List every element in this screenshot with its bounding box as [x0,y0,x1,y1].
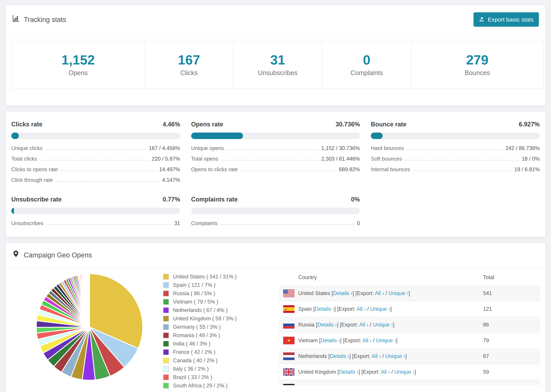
export-unique-link[interactable]: Unique › [389,290,409,296]
legend-label: United Kingdom ( 59 / 3% ) [173,315,237,322]
legend-label: Canada ( 40 / 2% ) [173,357,218,364]
summary-box-opens: 1,152Opens [11,41,145,89]
rate-row-label: Internal bounces [371,166,410,173]
legend-item-netherlands[interactable]: Netherlands ( 67 / 4% ) [163,307,259,313]
dotted-leader [226,149,319,150]
tracking-stats-header: Tracking stats Export basic stats [6,5,545,34]
legend-label: Spain ( 121 / 7% ) [173,282,215,288]
geo-opens-title: Campaign Geo Opens [12,250,92,260]
tracking-stats-body: 1,152Opens167Clicks31Unsubscribes0Compla… [6,34,545,106]
legend-item-brazil[interactable]: Brazil ( 33 / 2% ) [163,374,259,380]
legend-label: Vietnam ( 79 / 5% ) [173,299,218,305]
rate-row-soft-bounces: Soft bounces18 / 0% [371,156,540,162]
rate-title-row: Complaints rate0% [191,196,360,203]
export-all-link[interactable]: All › [372,353,381,359]
legend-swatch [163,349,169,355]
legend-label: South Africa ( 29 / 2% ) [173,383,228,389]
summary-label: Complaints [350,69,383,77]
rate-headline-value: 4.46% [163,120,180,128]
legend-item-vietnam[interactable]: Vietnam ( 79 / 5% ) [163,299,259,305]
legend-swatch [163,332,169,338]
rate-row-label: Clicks to opens rate [11,166,58,173]
tracking-stats-card: Tracking stats Export basic stats 1,152O… [6,5,545,106]
details-link[interactable]: Details › [339,369,359,375]
legend-item-south-africa[interactable]: South Africa ( 29 / 2% ) [163,383,259,389]
legend-item-france[interactable]: France ( 42 / 2% ) [163,349,259,355]
export-all-link[interactable]: All › [357,306,366,312]
rate-row-unsubscribes: Unsubscribes31 [11,220,180,226]
rate-headline-value: 6.927% [519,120,540,128]
rate-row-label: Complaints [191,220,218,226]
export-unique-link[interactable]: Unique › [385,353,405,359]
rate-row-label: Total opens [191,156,218,162]
country-cell: Netherlands [Details ›] [Export: All › /… [298,353,483,359]
summary-value: 31 [270,53,285,67]
country-cell: Spain [Details ›] [Export: All › / Uniqu… [298,306,483,312]
map-pin-icon [12,250,20,260]
rate-row-value: 0 [357,220,360,226]
legend-item-italy[interactable]: Italy ( 36 / 2% ) [163,366,259,372]
flag-de-icon [283,384,295,385]
total-cell: 79 [483,337,536,343]
rate-title-row: Bounce rate6.927% [371,120,540,128]
legend-item-russia[interactable]: Russia ( 86 / 5% ) [163,290,259,297]
export-unique-link[interactable]: Unique › [373,322,393,328]
geo-opens-card: Campaign Geo Opens United States ( 541 /… [6,243,545,392]
legend-item-india[interactable]: India ( 46 / 3% ) [163,341,259,347]
legend-item-united-kingdom[interactable]: United Kingdom ( 59 / 3% ) [163,315,259,322]
rate-row-label: Unique opens [191,145,224,151]
rate-title: Bounce rate [371,120,406,128]
details-link[interactable]: Details › [315,306,334,312]
details-link[interactable]: Details › [320,337,340,343]
total-cell: 67 [483,353,536,359]
rate-title: Opens rate [191,120,223,128]
export-all-link[interactable]: All › [362,337,372,343]
summary-label: Clicks [180,69,198,77]
rate-headline-value: 30.736% [336,120,360,128]
pie-slice-other[interactable] [89,274,90,327]
dotted-leader [413,170,512,171]
export-unique-link[interactable]: Unique › [376,337,396,343]
rate-row-complaints: Complaints0 [191,220,360,226]
rate-progress-bar [11,208,180,214]
details-link[interactable]: Details › [323,385,343,385]
details-link[interactable]: Details › [333,290,353,296]
geo-table-row-spain: Spain [Details ›] [Export: All › / Uniqu… [279,301,540,317]
geo-opens-title-text: Campaign Geo Opens [24,250,92,260]
rate-row-label: Opens to clicks rate [191,166,238,173]
geo-pie-legend: United States ( 541 / 31% )Spain ( 121 /… [163,274,259,391]
summary-box-complaints: 0Complaints [322,41,411,89]
rate-rows: Unsubscribes31 [11,220,180,226]
details-link[interactable]: Details › [330,353,349,359]
legend-item-germany[interactable]: Germany ( 55 / 3% ) [163,324,259,330]
rate-progress-bar [191,208,360,214]
details-link[interactable]: Details › [318,322,337,328]
rate-progress-bar [371,133,540,139]
rate-row-value: 31 [174,220,180,226]
rate-rows: Unique clicks167 / 4.456%Total clicks220… [11,145,180,183]
geo-opens-body: United States ( 541 / 31% )Spain ( 121 /… [6,267,545,392]
rates-card: Clicks rate4.46%Unique clicks167 / 4.456… [6,112,545,237]
country-cell: United States [Details ›] [Export: All ›… [298,290,483,296]
legend-item-united-states[interactable]: United States ( 541 / 31% ) [163,274,259,280]
export-all-link[interactable]: All › [365,385,374,385]
legend-item-canada[interactable]: Canada ( 40 / 2% ) [163,357,259,364]
geo-table-row-united-states: United States [Details ›] [Export: All ›… [279,286,540,301]
summary-box-clicks: 167Clicks [145,41,233,89]
rate-rows: Hard bounces242 / 86.738%Soft bounces18 … [371,145,540,173]
rate-row-value: 220 / 5.87% [152,156,180,162]
dotted-leader [56,181,160,182]
legend-item-romania[interactable]: Romania ( 49 / 3% ) [163,332,259,338]
export-unique-link[interactable]: Unique › [395,369,414,375]
export-all-link[interactable]: All › [359,322,368,328]
summary-value: 279 [466,53,488,67]
export-unique-link[interactable]: Unique › [379,385,399,385]
export-all-link[interactable]: All › [381,369,390,375]
dashboard-page: Tracking stats Export basic stats 1,152O… [0,0,551,392]
legend-item-spain[interactable]: Spain ( 121 / 7% ) [163,282,259,288]
export-all-link[interactable]: All › [375,290,384,296]
export-basic-stats-button[interactable]: Export basic stats [473,12,539,27]
export-unique-link[interactable]: Unique › [370,306,390,312]
legend-label: France ( 42 / 2% ) [173,349,215,355]
legend-label: United States ( 541 / 31% ) [173,274,237,280]
